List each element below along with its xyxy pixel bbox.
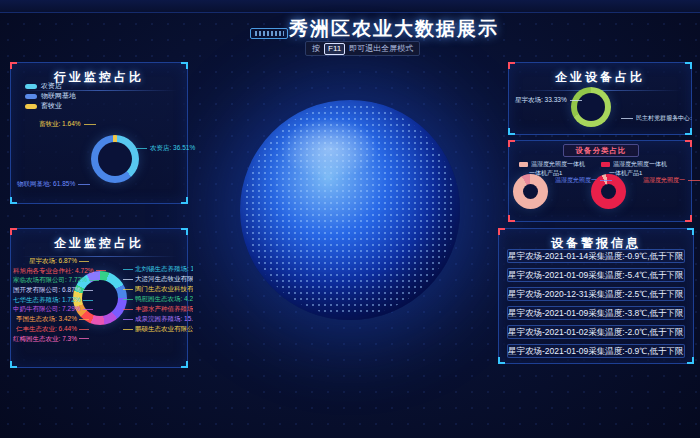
- industry-label-livestock: 畜牧业: 1.64%: [39, 121, 96, 128]
- device-class-donut-left[interactable]: [513, 174, 548, 209]
- panel-enterprise: 企业监控占比 星宇农场: 6.87% 科旭甪各专业合作社: 4.72% 家临农场…: [10, 228, 188, 368]
- alarm-row: 星宇农场-2021-01-09采集温度:-0.9℃,低于下限:0℃: [507, 344, 685, 358]
- corner-bracket: [10, 228, 17, 235]
- corner-bracket: [508, 215, 515, 222]
- corner-bracket: [687, 228, 694, 235]
- page-title: 秀洲区农业大数据展示: [289, 16, 499, 42]
- enterprise-label: 七华生态养殖场: 1.72%: [13, 296, 89, 306]
- corner-bracket: [10, 62, 17, 69]
- corner-bracket: [508, 128, 515, 135]
- alarm-list: 星宇农场-2021-01-14采集温度:-0.9℃,低于下限:0℃ 星宇农场-2…: [507, 249, 685, 363]
- enterprise-left-labels: 星宇农场: 6.87% 科旭甪各专业合作社: 4.72% 家临农场有限公司: 7…: [13, 257, 89, 344]
- legend-swatch-pink: [519, 162, 528, 167]
- device-callout-right: 温湿度光照度一: [643, 177, 700, 183]
- corner-bracket: [685, 140, 692, 147]
- corner-bracket: [10, 361, 17, 368]
- device-callout-mid: 温湿度光照度一: [555, 177, 612, 183]
- equipment-label-left: 星宇农场: 33.33%: [515, 97, 582, 104]
- top-band: [0, 0, 700, 13]
- legend-label: 畜牧业: [41, 101, 62, 111]
- panel-industry: 行业监控占比 农资店 物联网基地 畜牧业 畜牧业: 1.64% 农资店: 36.…: [10, 62, 188, 204]
- f11-key: F11: [324, 43, 345, 55]
- enterprise-label: 科旭甪各专业合作社: 4.72%: [13, 267, 89, 277]
- enterprise-label: 丰源水产种值养殖场: 1.: [123, 305, 193, 315]
- legend-item-iot[interactable]: 物联网基地: [25, 91, 76, 101]
- hint-prefix: 按: [312, 43, 320, 54]
- panel-equipment: 企业设备占比 星宇农场: 33.33% 民主村党群服务中心:: [508, 62, 692, 135]
- enterprise-label: 北刘锡生态养殖场: 11.36%: [123, 265, 193, 275]
- industry-label-store: 农资店: 36.51%: [135, 145, 195, 152]
- corner-bracket: [685, 215, 692, 222]
- equipment-donut-chart[interactable]: [571, 87, 611, 127]
- panel-device-class-title: 设备分类占比: [563, 144, 639, 157]
- alarm-row: 星宇农场-2021-01-09采集温度:-5.4℃,低于下限:0℃: [507, 268, 685, 282]
- corner-bracket: [498, 228, 505, 235]
- panel-device-class: 设备分类占比 温湿度光照度一体机 一体机产品1 温湿度光照度一体机 一体机产品1…: [508, 140, 692, 222]
- logo-badge: [250, 28, 288, 39]
- enterprise-label: 季国生态农场: 3.42%: [13, 315, 89, 325]
- corner-bracket: [10, 197, 17, 204]
- alarm-row: 星宇农场-2021-01-09采集温度:-3.8℃,低于下限:0℃: [507, 306, 685, 320]
- enterprise-label: 大运河生态牧业有限责任公: [123, 275, 193, 285]
- hint-suffix: 即可退出全屏模式: [349, 43, 413, 54]
- corner-bracket: [181, 197, 188, 204]
- enterprise-label: 国开发有限公司: 6.87%: [13, 286, 89, 296]
- corner-bracket: [508, 140, 515, 147]
- enterprise-label: 红梅园生态农业: 7.3%: [13, 335, 89, 345]
- industry-label-iot: 物联网基地: 61.85%: [17, 181, 90, 188]
- equipment-label-right: 民主村党群服务中心:: [621, 115, 692, 121]
- legend-swatch-cyan: [25, 84, 37, 89]
- enterprise-label: 鸭慰园生态农场: 4.29: [123, 295, 193, 305]
- enterprise-label: 家临农场有限公司: 7.72%: [13, 276, 89, 286]
- corner-bracket: [687, 357, 694, 364]
- alarm-row: 星宇农场-2021-01-02采集温度:-2.0℃,低于下限:0℃: [507, 325, 685, 339]
- legend-item-store[interactable]: 农资店: [25, 81, 76, 91]
- legend-item-livestock[interactable]: 畜牧业: [25, 101, 76, 111]
- corner-bracket: [498, 357, 505, 364]
- corner-bracket: [181, 62, 188, 69]
- globe-highlight: [280, 118, 379, 180]
- device-right-legend: 温湿度光照度一体机: [613, 160, 667, 169]
- legend-label: 物联网基地: [41, 91, 76, 101]
- legend-swatch-yellow: [25, 104, 37, 109]
- enterprise-label: 中奶牛有限公司: 7.29%: [13, 305, 89, 315]
- industry-donut-chart[interactable]: [91, 135, 139, 183]
- panel-enterprise-title: 企业监控占比: [11, 235, 187, 252]
- legend-swatch-blue: [25, 94, 37, 99]
- fullscreen-hint: 按 F11 即可退出全屏模式: [305, 41, 420, 56]
- alarm-row: 星宇农场-2020-12-31采集温度:-2.5℃,低于下限:0℃: [507, 287, 685, 301]
- panel-equipment-title: 企业设备占比: [509, 69, 691, 86]
- corner-bracket: [508, 62, 515, 69]
- device-left-legend: 温湿度光照度一体机: [531, 160, 585, 169]
- enterprise-label: 仁丰生态农业: 6.44%: [13, 325, 89, 335]
- enterprise-label: 鹏硕生态农业有限公司: 6.879: [123, 325, 193, 335]
- legend-label: 农资店: [41, 81, 62, 91]
- enterprise-label: 星宇农场: 6.87%: [13, 257, 89, 267]
- corner-bracket: [181, 361, 188, 368]
- corner-bracket: [181, 228, 188, 235]
- panel-alarms: 设备警报信息 星宇农场-2021-01-14采集温度:-0.9℃,低于下限:0℃…: [498, 228, 694, 364]
- enterprise-label: 成泉浣园养殖场: 15.02%: [123, 315, 193, 325]
- alarm-row: 星宇农场-2021-01-14采集温度:-0.9℃,低于下限:0℃: [507, 249, 685, 263]
- legend-swatch-red: [601, 162, 610, 167]
- corner-bracket: [685, 62, 692, 69]
- globe: [240, 100, 460, 320]
- corner-bracket: [685, 128, 692, 135]
- enterprise-label: 陶门生态农业科技有限公: [123, 285, 193, 295]
- enterprise-right-labels: 北刘锡生态养殖场: 11.36% 大运河生态牧业有限责任公 陶门生态农业科技有限…: [123, 265, 193, 335]
